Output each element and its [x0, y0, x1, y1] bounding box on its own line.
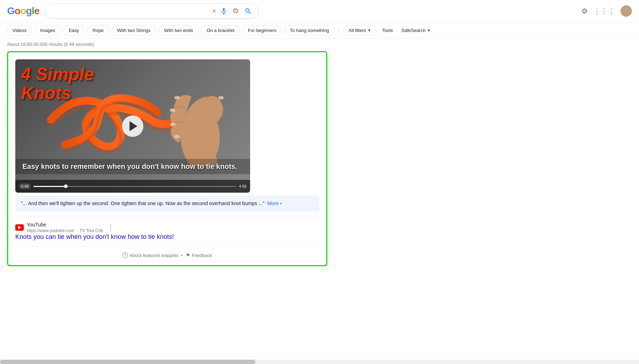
search-bar-wrapper: how to tie a knot ×	[45, 4, 258, 18]
mic-icon	[220, 7, 227, 15]
google-logo: Google	[7, 5, 39, 17]
feedback-row: ? About featured snippets • ⚑ Feedback	[15, 246, 319, 258]
results-count: About 18,80,00,000 results (0.49 seconds…	[0, 39, 639, 50]
search-icon	[244, 7, 252, 15]
all-filters-button[interactable]: All filters ▼	[343, 25, 376, 36]
logo-letter-o1: o	[15, 5, 20, 16]
yt-play-icon	[18, 226, 21, 229]
logo-letter-e: e	[34, 5, 39, 16]
filter-two-strings[interactable]: With two Strings	[112, 25, 156, 36]
video-title-container: 4 SimpleKnots	[15, 59, 250, 102]
logo-letter-o2: o	[20, 5, 26, 16]
lens-search-button[interactable]	[232, 7, 240, 15]
play-triangle-icon	[130, 121, 137, 131]
safesearch-label: SafeSearch	[401, 28, 426, 33]
lens-icon	[232, 7, 239, 15]
avatar[interactable]	[620, 5, 632, 17]
feedback-link[interactable]: ⚑ Feedback	[186, 252, 212, 258]
featured-snippet: 4 SimpleKnots Easy knots to remember whe…	[7, 51, 327, 266]
dot-separator: •	[181, 253, 183, 258]
source-text: YouTube https://www.youtube.com · TX Too…	[27, 222, 103, 233]
all-filters-label: All filters	[349, 28, 366, 33]
settings-button[interactable]: ⚙	[581, 7, 588, 15]
filter-videos[interactable]: Videos	[7, 25, 32, 36]
google-apps-button[interactable]: ⋮⋮⋮	[593, 7, 615, 15]
transcript-text: "... And then we'll tighten up the secon…	[21, 200, 264, 206]
clear-search-button[interactable]: ×	[212, 7, 216, 15]
filter-rope[interactable]: Rope	[87, 25, 109, 36]
about-featured-snippets-link[interactable]: ? About featured snippets	[122, 252, 178, 258]
google-search-button[interactable]	[244, 7, 252, 15]
all-filters-chevron-icon: ▼	[368, 28, 371, 32]
transcript-snippet: "... And then we'll tighten up the secon…	[15, 196, 319, 212]
url-separator: ·	[76, 228, 77, 233]
source-info: YouTube https://www.youtube.com · TX Too…	[15, 216, 319, 233]
filters-bar: Videos Images Easy Rope With two Strings…	[0, 22, 639, 39]
progress-fill	[33, 186, 66, 187]
filter-beginners[interactable]: For beginners	[243, 25, 282, 36]
search-input[interactable]: how to tie a knot	[51, 8, 208, 14]
filter-hang-something[interactable]: To hang something	[285, 25, 334, 36]
source-url-row: https://www.youtube.com · TX Tool Crib	[27, 228, 103, 233]
source-channel: TX Tool Crib	[80, 228, 103, 233]
source-url-text: https://www.youtube.com	[27, 228, 74, 233]
video-background: 4 SimpleKnots Easy knots to remember whe…	[15, 59, 250, 193]
logo-letter-g: g	[26, 5, 32, 16]
total-time: 4:56	[239, 184, 247, 188]
play-button[interactable]	[122, 116, 143, 137]
filter-two-ends[interactable]: With two ends	[159, 25, 199, 36]
feedback-label: Feedback	[192, 253, 212, 258]
more-transcript-button[interactable]: More ▾	[267, 200, 282, 206]
source-more-options-button[interactable]: ⋮	[107, 224, 114, 231]
video-title: 4 SimpleKnots	[21, 65, 244, 102]
logo-letter-l: l	[32, 5, 34, 16]
logo-letter-G: G	[7, 5, 15, 16]
video-subtitle: Easy knots to remember when you don't kn…	[15, 159, 250, 174]
filter-easy[interactable]: Easy	[63, 25, 84, 36]
source-platform: YouTube	[27, 222, 103, 228]
safesearch-chevron-icon: ▼	[427, 28, 431, 32]
header-right: ⚙ ⋮⋮⋮	[581, 5, 632, 17]
progress-track[interactable]	[33, 186, 236, 187]
youtube-icon	[15, 224, 24, 231]
filter-divider	[339, 26, 339, 35]
voice-search-button[interactable]	[220, 7, 228, 15]
safesearch-button[interactable]: SafeSearch ▼	[398, 26, 433, 35]
video-result-link[interactable]: Knots you can tie when you don't know ho…	[15, 233, 174, 240]
video-thumbnail[interactable]: 4 SimpleKnots Easy knots to remember whe…	[15, 59, 250, 193]
video-progress-bar: 0:48 4:56	[15, 180, 250, 193]
main-content: 4 SimpleKnots Easy knots to remember whe…	[0, 51, 639, 273]
search-bar: how to tie a knot ×	[45, 4, 258, 18]
progress-thumb	[64, 184, 68, 188]
feedback-flag-icon: ⚑	[186, 252, 190, 258]
header: Google how to tie a knot ×	[0, 0, 639, 22]
filter-bracelet[interactable]: On a bracelet	[201, 25, 240, 36]
question-mark-icon: ?	[122, 252, 128, 258]
filter-images[interactable]: Images	[35, 25, 61, 36]
tools-button[interactable]: Tools	[379, 26, 396, 35]
svg-line-5	[249, 12, 251, 14]
more-chevron-icon: ▾	[280, 202, 282, 205]
about-snippets-label: About featured snippets	[130, 253, 178, 258]
more-label: More	[267, 200, 279, 206]
svg-rect-0	[223, 8, 225, 11]
current-time: 0:48	[19, 183, 31, 189]
